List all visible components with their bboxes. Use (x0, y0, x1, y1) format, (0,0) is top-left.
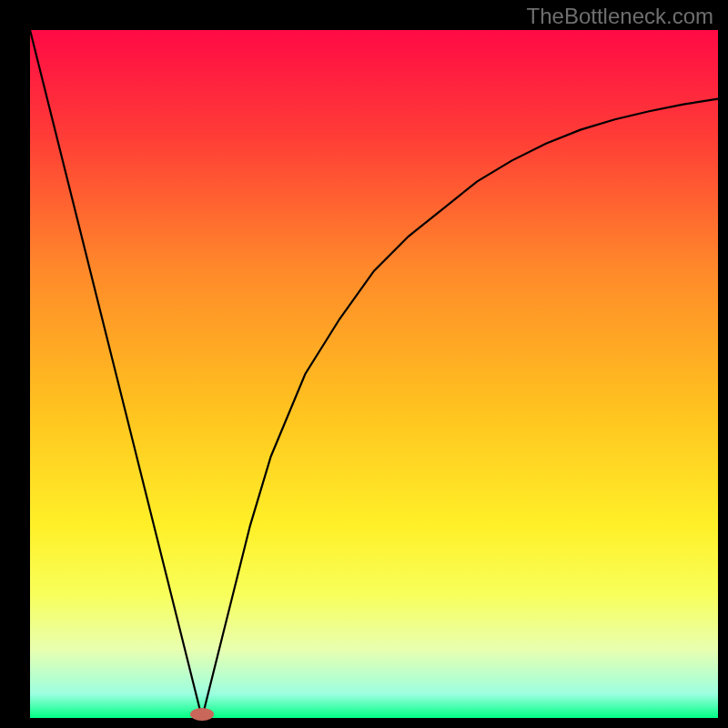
chart-frame: TheBottleneck.com (0, 0, 728, 728)
watermark-text: TheBottleneck.com (527, 4, 713, 29)
plot-background (30, 30, 718, 718)
optimal-point-marker (190, 708, 214, 721)
bottleneck-chart (0, 0, 728, 728)
